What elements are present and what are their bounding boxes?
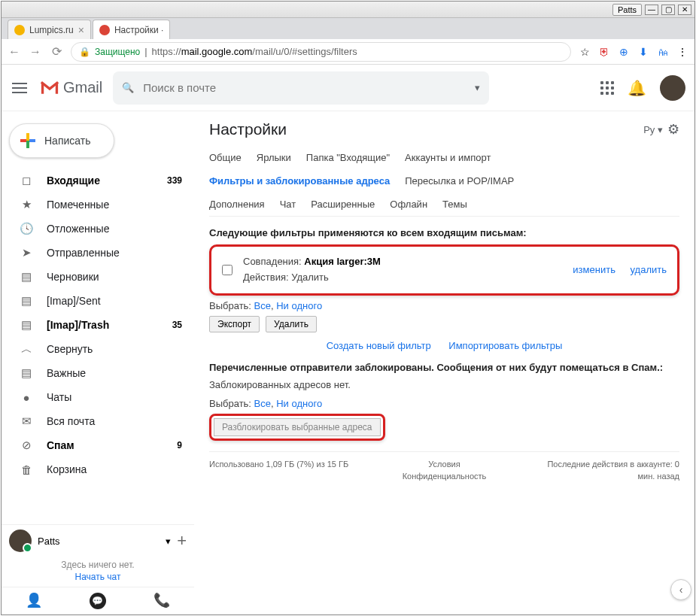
adblock-icon[interactable]: ⛨ [598, 46, 610, 58]
address-bar: ← → ⟳ 🔒 Защищено | https://mail.google.c… [2, 39, 694, 65]
gmail-brand-text: Gmail [63, 79, 102, 96]
select-all-link[interactable]: Все [254, 300, 271, 311]
hangouts-start-chat-link[interactable]: Начать чат [2, 572, 194, 587]
select-none-link[interactable]: Ни одного [276, 300, 322, 311]
nav-label: Отправленные [47, 247, 169, 259]
account-avatar[interactable] [660, 75, 685, 101]
search-box[interactable]: 🔍 ▾ [113, 71, 489, 105]
settings-tab[interactable]: Офлайн [390, 199, 427, 210]
sidebar-item-7[interactable]: ︿Свернуть [2, 337, 194, 361]
maximize-button[interactable]: ▢ [661, 5, 675, 15]
storage-text: Использовано 1,09 ГБ (7%) из 15 ГБ [209, 458, 356, 483]
nav-icon: ✉ [20, 414, 33, 428]
close-window-button[interactable]: ✕ [678, 5, 691, 15]
nav-icon: ➤ [20, 246, 33, 259]
sidebar-item-2[interactable]: 🕓Отложенные [2, 217, 194, 241]
filter-checkbox[interactable] [222, 265, 233, 275]
settings-tabs: ОбщиеЯрлыкиПапка "Входящие"Аккаунты и им… [209, 146, 679, 217]
sidebar-item-0[interactable]: ◻Входящие339 [2, 168, 194, 193]
lock-icon: 🔒 [79, 47, 90, 57]
unblock-button[interactable]: Разблокировать выбранные адреса [214, 418, 381, 436]
settings-tab[interactable]: Общие [209, 152, 242, 163]
sidebar-item-4[interactable]: ▤Черновики [2, 265, 194, 289]
settings-tab[interactable]: Дополнения [209, 199, 265, 210]
hangouts-add-button[interactable]: + [177, 531, 187, 551]
sidebar-item-8[interactable]: ▤Важные [2, 361, 194, 385]
browser-tab-lumpics[interactable]: Lumpics.ru × [8, 20, 91, 39]
side-panel-toggle[interactable]: ‹ [670, 579, 691, 600]
gmail-header: Gmail 🔍 ▾ 🔔 [2, 65, 694, 111]
language-selector[interactable]: Ру ▾ [643, 124, 663, 135]
main-menu-button[interactable] [11, 79, 29, 97]
url-input[interactable]: 🔒 Защищено | https://mail.google.com/mai… [71, 42, 571, 62]
gmail-logo[interactable]: Gmail [39, 79, 102, 96]
nav-icon: ● [20, 391, 33, 404]
compose-button[interactable]: Написать [9, 123, 114, 158]
settings-tab[interactable]: Темы [442, 199, 467, 210]
nav-label: Черновики [47, 271, 169, 283]
hangouts-avatar [9, 530, 32, 552]
filter-description: Совпадения: Акция larger:3M Действия: Уд… [243, 254, 550, 286]
sidebar-item-10[interactable]: ✉Вся почта [2, 409, 194, 433]
settings-tab[interactable]: Ярлыки [257, 152, 291, 163]
back-button[interactable]: ← [8, 45, 21, 59]
terms-link[interactable]: Условия [428, 460, 460, 469]
browser-menu-icon[interactable]: ⋮ [676, 46, 688, 58]
sidebar-item-1[interactable]: ★Помеченные [2, 193, 194, 217]
hangouts-username: Patts [38, 536, 160, 547]
nav-label: Корзина [47, 463, 169, 475]
sidebar-item-3[interactable]: ➤Отправленные [2, 241, 194, 265]
hangouts-panel: Patts ▾ + Здесь ничего нет. Начать чат 👤… [2, 524, 194, 614]
gear-icon[interactable]: ⚙ [667, 121, 679, 138]
forward-button[interactable]: → [29, 45, 42, 59]
close-tab-icon[interactable]: × [78, 24, 84, 36]
plus-icon [20, 133, 35, 148]
favicon-icon [14, 25, 25, 35]
select-all-blocked-link[interactable]: Все [254, 398, 271, 409]
minimize-button[interactable]: — [645, 5, 658, 15]
compose-label: Написать [44, 135, 90, 147]
export-button[interactable]: Экспорт [209, 316, 260, 332]
download-icon[interactable]: ⬇ [637, 46, 649, 58]
blocked-heading: Перечисленные отправители заблокированы.… [209, 362, 679, 373]
star-icon[interactable]: ☆ [579, 46, 591, 58]
translate-icon[interactable]: 🗛 [657, 46, 669, 58]
select-filters-line: Выбрать: Все, Ни одного [209, 300, 679, 311]
search-options-dropdown[interactable]: ▾ [475, 82, 480, 93]
settings-tab[interactable]: Аккаунты и импорт [405, 152, 491, 163]
nav-label: Свернуть [47, 343, 169, 355]
gmail-m-icon [39, 80, 60, 96]
hangouts-chats-tab[interactable]: 💬 [90, 592, 106, 609]
select-none-blocked-link[interactable]: Ни одного [276, 398, 322, 409]
hangouts-caret-icon[interactable]: ▾ [166, 536, 171, 547]
hangouts-calls-tab[interactable]: 📞 [153, 592, 170, 609]
notifications-icon[interactable]: 🔔 [628, 79, 646, 97]
sidebar-item-11[interactable]: ⊘Спам9 [2, 433, 194, 457]
hangouts-user-row[interactable]: Patts ▾ + [2, 525, 194, 557]
filter-edit-link[interactable]: изменить [573, 264, 615, 275]
hangouts-contacts-tab[interactable]: 👤 [26, 592, 42, 609]
settings-tab[interactable]: Расширенные [311, 199, 375, 210]
create-filter-link[interactable]: Создать новый фильтр [327, 340, 431, 351]
page-title: Настройки [209, 120, 287, 138]
sidebar-item-6[interactable]: ▤[Imap]/Trash35 [2, 313, 194, 337]
import-filters-link[interactable]: Импортировать фильтры [448, 340, 562, 351]
filter-delete-link[interactable]: удалить [631, 264, 667, 275]
settings-tab[interactable]: Чат [280, 199, 296, 210]
apps-grid-icon[interactable] [600, 81, 614, 95]
sidebar-item-5[interactable]: ▤[Imap]/Sent [2, 289, 194, 313]
settings-tab[interactable]: Фильтры и заблокированные адреса [209, 175, 390, 187]
nav-label: Помеченные [47, 199, 169, 211]
globe-icon[interactable]: ⊕ [618, 46, 630, 58]
settings-tab[interactable]: Пересылка и POP/IMAP [405, 175, 514, 187]
settings-tab[interactable]: Папка "Входящие" [306, 152, 390, 163]
privacy-link[interactable]: Конфиденциальность [403, 472, 487, 481]
sidebar-item-9[interactable]: ●Чаты [2, 385, 194, 409]
delete-button[interactable]: Удалить [266, 316, 317, 332]
browser-tab-settings[interactable]: Настройки · [93, 20, 171, 39]
sidebar-item-12[interactable]: 🗑Корзина [2, 457, 194, 481]
nav-count: 35 [172, 320, 182, 330]
reload-button[interactable]: ⟳ [50, 44, 63, 59]
search-input[interactable] [143, 81, 466, 94]
nav-count: 9 [177, 440, 182, 451]
